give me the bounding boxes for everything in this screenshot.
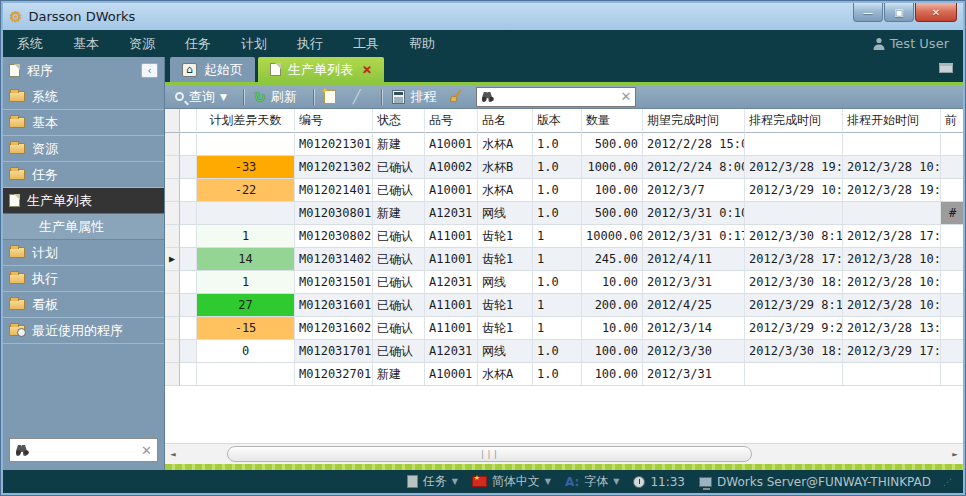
time-label: 11:33 <box>650 475 685 489</box>
sidebar-item-label: 生产单属性 <box>39 218 104 236</box>
row-selector[interactable] <box>165 340 180 363</box>
statusbar-font[interactable]: A: 字体 ▼ <box>565 473 619 490</box>
table-cell: M012021301 <box>295 133 373 156</box>
sidebar-item-资源[interactable]: 资源 <box>3 136 164 162</box>
table-cell: -22 <box>197 179 295 202</box>
column-header-品名[interactable]: 品名 <box>478 109 533 133</box>
table-cell: M012030801 <box>295 202 373 225</box>
table-cell: 2012/3/28 13:40 <box>843 317 941 340</box>
sidebar-item-最近使用的程序[interactable]: 最近使用的程序 <box>3 318 164 344</box>
sidebar-item-执行[interactable]: 执行 <box>3 266 164 292</box>
statusbar-tasks[interactable]: 任务 ▼ <box>407 473 458 490</box>
sidebar-item-计划[interactable]: 计划 <box>3 240 164 266</box>
query-dropdown-caret-icon[interactable]: ▼ <box>220 92 227 102</box>
table-cell <box>180 317 197 340</box>
sidebar-search-clear-icon[interactable]: ✕ <box>141 443 152 458</box>
toolbar-search-clear-icon[interactable]: ✕ <box>621 89 632 104</box>
refresh-icon: ↻ <box>254 89 266 105</box>
toolbar-separator <box>314 89 315 105</box>
sidebar-search-input[interactable] <box>34 443 141 457</box>
language-label: 简体中文 <box>492 473 540 490</box>
sidebar-item-基本[interactable]: 基本 <box>3 110 164 136</box>
column-header-期望完成时间[interactable]: 期望完成时间 <box>643 109 745 133</box>
column-header-排程完成时间[interactable]: 排程完成时间 <box>745 109 843 133</box>
table-cell: 已确认 <box>373 340 425 363</box>
row-selector[interactable] <box>165 363 180 386</box>
table-cell <box>941 179 963 202</box>
row-selector[interactable] <box>165 294 180 317</box>
resize-grip[interactable]: ⋰ <box>943 477 953 487</box>
row-selector[interactable] <box>165 156 180 179</box>
sidebar-collapse-button[interactable]: ‹ <box>141 63 158 78</box>
menu-item-7[interactable]: 帮助 <box>409 36 435 51</box>
query-button[interactable]: 查询 ▼ <box>173 87 229 107</box>
table-cell: A12031 <box>425 340 478 363</box>
row-selector[interactable]: ▶ <box>165 248 180 271</box>
menu-item-3[interactable]: 任务 <box>185 36 211 51</box>
toolbar-search-input[interactable] <box>499 90 620 104</box>
column-header-品号[interactable]: 品号 <box>425 109 478 133</box>
statusbar-language[interactable]: 简体中文 ▼ <box>472 473 551 490</box>
table-cell: 已确认 <box>373 248 425 271</box>
scroll-left-arrow-icon[interactable]: ◄ <box>165 444 181 465</box>
menu-item-5[interactable]: 执行 <box>297 36 323 51</box>
row-selector[interactable] <box>165 133 180 156</box>
clean-button[interactable] <box>446 87 466 107</box>
menu-item-1[interactable]: 基本 <box>73 36 99 51</box>
scrollbar-thumb[interactable] <box>227 446 752 462</box>
float-window-icon[interactable] <box>939 63 953 73</box>
close-button[interactable]: ✕ <box>915 3 957 22</box>
table-cell: -15 <box>197 317 295 340</box>
sidebar-item-生产单列表[interactable]: 生产单列表 <box>3 188 164 214</box>
table-cell: 已确认 <box>373 294 425 317</box>
clock-icon <box>633 476 645 488</box>
table-cell: 0 <box>197 340 295 363</box>
table-cell: 2012/3/29 10:20 <box>745 179 843 202</box>
column-header-前[interactable]: 前 <box>941 109 963 133</box>
sidebar-item-看板[interactable]: 看板 <box>3 292 164 318</box>
schedule-button[interactable]: 排程 <box>390 87 438 107</box>
folder-icon <box>9 273 25 284</box>
row-selector[interactable] <box>165 179 180 202</box>
column-header-计划差异天数[interactable]: 计划差异天数 <box>197 109 295 133</box>
sidebar-item-任务[interactable]: 任务 <box>3 162 164 188</box>
table-cell: 齿轮1 <box>478 294 533 317</box>
menu-item-0[interactable]: 系统 <box>17 36 43 51</box>
sidebar: 程序 ‹ 系统基本资源任务生产单列表生产单属性计划执行看板最近使用的程序 ✕ <box>3 57 165 470</box>
maximize-button[interactable]: ▣ <box>884 3 914 22</box>
sidebar-item-生产单属性[interactable]: 生产单属性 <box>3 214 164 240</box>
new-button[interactable] <box>322 87 343 107</box>
column-header-0[interactable] <box>165 109 180 133</box>
production-orders-table: 计划差异天数编号状态品号品名版本数量期望完成时间排程完成时间排程开始时间前M01… <box>165 109 963 386</box>
menu-item-2[interactable]: 资源 <box>129 36 155 51</box>
column-header-状态[interactable]: 状态 <box>373 109 425 133</box>
refresh-button[interactable]: ↻ 刷新 <box>252 87 299 107</box>
minimize-button[interactable]: — <box>853 3 883 22</box>
row-selector[interactable] <box>165 225 180 248</box>
scroll-right-arrow-icon[interactable]: ► <box>947 444 963 465</box>
row-selector[interactable] <box>165 317 180 340</box>
column-header-版本[interactable]: 版本 <box>533 109 582 133</box>
table-cell: A10001 <box>425 133 478 156</box>
tasks-caret-icon[interactable]: ▼ <box>452 477 458 486</box>
tab-起始页[interactable]: ⌂起始页 <box>170 57 255 82</box>
sidebar-item-系统[interactable]: 系统 <box>3 84 164 110</box>
table-cell: 245.00 <box>582 248 643 271</box>
menu-item-4[interactable]: 计划 <box>241 36 267 51</box>
user-indicator[interactable]: Test User <box>873 36 949 51</box>
menu-item-6[interactable]: 工具 <box>353 36 379 51</box>
column-header-编号[interactable]: 编号 <box>295 109 373 133</box>
table-cell: 100.00 <box>582 363 643 386</box>
row-selector[interactable] <box>165 271 180 294</box>
tab-生产单列表[interactable]: 生产单列表✕ <box>258 57 384 82</box>
column-header-1[interactable] <box>180 109 197 133</box>
font-caret-icon[interactable]: ▼ <box>613 477 619 486</box>
edit-button[interactable]: ╱ <box>351 87 368 107</box>
column-header-数量[interactable]: 数量 <box>582 109 643 133</box>
row-selector[interactable] <box>165 202 180 225</box>
tab-close-icon[interactable]: ✕ <box>362 63 372 77</box>
table-cell: 100.00 <box>582 179 643 202</box>
column-header-排程开始时间[interactable]: 排程开始时间 <box>843 109 941 133</box>
language-caret-icon[interactable]: ▼ <box>545 477 551 486</box>
horizontal-scrollbar[interactable]: ◄ ► <box>165 443 963 464</box>
